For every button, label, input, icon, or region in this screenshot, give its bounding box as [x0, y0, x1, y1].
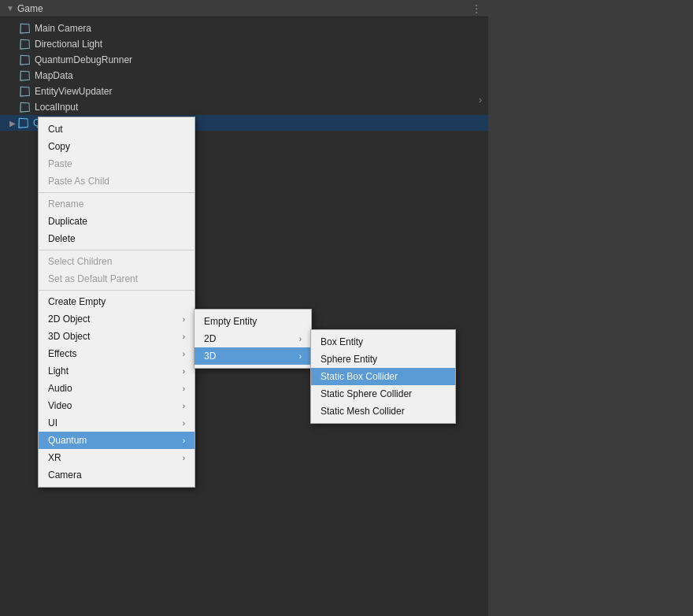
menu-item-xr-label: XR: [48, 452, 61, 463]
menu-item-rename: Rename: [39, 195, 195, 213]
menu-item-2d-object-label: 2D Object: [48, 314, 90, 325]
menu-item-l3-sphere-entity-label: Sphere Entity: [321, 354, 377, 365]
menu-item-set-default-parent-label: Set as Default Parent: [48, 273, 138, 284]
menu-item-l3-static-mesh-collider-label: Static Mesh Collider: [321, 406, 405, 417]
submenu-arrow-icon: ›: [183, 367, 185, 376]
separator: [39, 290, 195, 291]
submenu-arrow-icon: ›: [183, 384, 185, 393]
menu-item-copy[interactable]: Copy: [39, 138, 195, 155]
hierarchy-item[interactable]: Directional Light: [0, 36, 488, 52]
menu-item-l3-sphere-entity[interactable]: Sphere Entity: [311, 351, 455, 368]
submenu-arrow-icon: ›: [183, 402, 185, 410]
cube-icon: [19, 38, 32, 50]
item-label: Directional Light: [35, 39, 102, 50]
menu-item-create-empty-label: Create Empty: [48, 296, 106, 307]
expand-arrow-icon: ▶: [9, 119, 16, 128]
menu-item-rename-label: Rename: [48, 199, 83, 210]
hierarchy-item[interactable]: EntityViewUpdater: [0, 83, 488, 99]
hierarchy-item[interactable]: QuantumDebugRunner: [0, 52, 488, 68]
panel-kebab-button[interactable]: ⋮: [471, 2, 482, 15]
menu-item-audio-label: Audio: [48, 383, 72, 394]
menu-item-select-children-label: Select Children: [48, 256, 112, 267]
menu-item-xr[interactable]: XR ›: [39, 449, 195, 466]
menu-item-create-empty[interactable]: Create Empty: [39, 293, 195, 310]
submenu-arrow-icon: ›: [183, 436, 185, 445]
inspector-panel: [488, 0, 693, 616]
submenu-arrow-icon: ›: [183, 454, 185, 462]
menu-item-quantum[interactable]: Quantum ›: [39, 432, 195, 449]
menu-item-l3-static-box-collider[interactable]: Static Box Collider: [311, 368, 455, 385]
menu-item-duplicate-label: Duplicate: [48, 216, 87, 227]
menu-item-set-default-parent: Set as Default Parent: [39, 270, 195, 288]
menu-item-l3-static-sphere-collider-label: Static Sphere Collider: [321, 388, 412, 399]
menu-item-camera-label: Camera: [48, 469, 82, 481]
menu-item-cut[interactable]: Cut: [39, 121, 195, 138]
menu-item-l2-3d-label: 3D: [204, 351, 216, 362]
menu-item-ui-label: UI: [48, 417, 57, 429]
context-menu-l2-quantum: Empty Entity 2D › 3D ›: [194, 309, 312, 369]
menu-item-quantum-label: Quantum: [48, 435, 87, 446]
menu-item-l2-empty-entity-label: Empty Entity: [204, 316, 257, 327]
menu-item-l3-box-entity[interactable]: Box Entity: [311, 333, 455, 351]
menu-item-audio[interactable]: Audio ›: [39, 380, 195, 397]
item-label: EntityViewUpdater: [35, 86, 113, 97]
item-label: QuantumDebugRunner: [35, 54, 132, 65]
menu-item-copy-label: Copy: [48, 141, 70, 152]
panel-title-text: Game: [17, 3, 43, 14]
menu-item-delete[interactable]: Delete: [39, 230, 195, 247]
cube-icon: [19, 69, 32, 82]
cube-icon-quantum: [17, 117, 30, 129]
panel-title: ▼ Game: [6, 3, 43, 14]
item-label: MapData: [35, 70, 73, 81]
separator: [39, 250, 195, 250]
menu-item-l2-2d-label: 2D: [204, 333, 216, 344]
menu-item-light-label: Light: [48, 366, 69, 377]
submenu-arrow-icon: ›: [183, 350, 185, 358]
menu-item-l2-3d[interactable]: 3D ›: [195, 347, 311, 365]
submenu-arrow-icon: ›: [299, 352, 302, 361]
hierarchy-item[interactable]: MapData: [0, 68, 488, 83]
menu-item-3d-object-label: 3D Object: [48, 331, 90, 342]
context-menu-l1: Cut Copy Paste Paste As Child Rename Dup…: [38, 117, 195, 488]
menu-item-light[interactable]: Light ›: [39, 362, 195, 380]
menu-item-delete-label: Delete: [48, 233, 76, 244]
menu-item-l3-static-sphere-collider[interactable]: Static Sphere Collider: [311, 385, 455, 403]
cube-icon: [19, 101, 32, 113]
hierarchy-item[interactable]: LocalInput: [0, 99, 488, 115]
menu-item-2d-object[interactable]: 2D Object ›: [39, 310, 195, 328]
panel-header: ▼ Game ⋮: [0, 0, 488, 17]
menu-item-ui[interactable]: UI ›: [39, 414, 195, 432]
menu-item-l2-empty-entity[interactable]: Empty Entity: [195, 313, 311, 330]
menu-item-video[interactable]: Video ›: [39, 397, 195, 414]
cube-icon: [19, 22, 32, 35]
menu-item-effects-label: Effects: [48, 348, 76, 359]
menu-item-video-label: Video: [48, 400, 72, 411]
panel-expand-arrow: ▼: [6, 4, 14, 13]
submenu-arrow-icon: ›: [183, 332, 185, 341]
menu-item-l2-2d[interactable]: 2D ›: [195, 330, 311, 347]
menu-item-effects[interactable]: Effects ›: [39, 345, 195, 362]
menu-item-paste-as-child-label: Paste As Child: [48, 176, 109, 187]
cube-icon: [19, 54, 32, 66]
submenu-arrow-icon: ›: [299, 335, 302, 343]
context-menu-l3-3d: Box Entity Sphere Entity Static Box Coll…: [310, 329, 456, 424]
menu-item-l3-static-box-collider-label: Static Box Collider: [321, 371, 398, 382]
scroll-right-arrow: ›: [479, 95, 482, 106]
hierarchy-item[interactable]: Main Camera: [0, 20, 488, 36]
item-label: LocalInput: [35, 102, 78, 113]
menu-item-cut-label: Cut: [48, 124, 63, 135]
item-label: Main Camera: [35, 23, 91, 34]
menu-item-l3-static-mesh-collider[interactable]: Static Mesh Collider: [311, 403, 455, 420]
submenu-arrow-icon: ›: [183, 419, 185, 428]
menu-item-3d-object[interactable]: 3D Object ›: [39, 328, 195, 345]
menu-item-paste: Paste: [39, 155, 195, 173]
menu-item-camera[interactable]: Camera: [39, 466, 195, 484]
submenu-arrow-icon: ›: [183, 315, 185, 324]
cube-icon: [19, 85, 32, 98]
menu-item-select-children: Select Children: [39, 253, 195, 270]
menu-item-l3-box-entity-label: Box Entity: [321, 336, 363, 347]
menu-item-paste-as-child: Paste As Child: [39, 173, 195, 190]
menu-item-duplicate[interactable]: Duplicate: [39, 213, 195, 230]
separator: [39, 192, 195, 193]
menu-item-paste-label: Paste: [48, 158, 72, 169]
